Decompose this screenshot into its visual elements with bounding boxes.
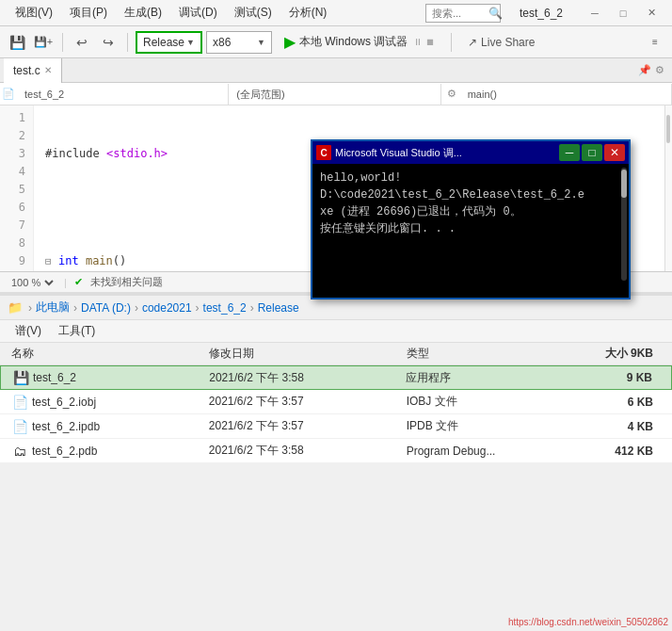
breadcrumb-code2021[interactable]: code2021	[142, 301, 192, 315]
file-table: 名称 修改日期 类型 大小 9KB 💾 test_6_2 2021/6/2 下午…	[0, 343, 672, 463]
function-select[interactable]: main()	[462, 84, 672, 105]
file-type-0: 应用程序	[406, 370, 553, 386]
zoom-select[interactable]: 100 %	[8, 276, 56, 289]
col-type-header[interactable]: 类型	[407, 346, 554, 362]
menu-build[interactable]: 生成(B)	[117, 3, 169, 23]
line-num-9: 9	[8, 252, 25, 270]
file-icon: 📄	[0, 84, 17, 105]
breadcrumb-sep-1: ›	[73, 301, 77, 315]
release-dropdown[interactable]: Release ▼	[136, 31, 202, 54]
file-name-0: 💾 test_6_2	[8, 369, 209, 386]
file-type-2: IPDB 文件	[407, 418, 554, 434]
undo-button[interactable]: ↩	[71, 31, 93, 54]
tab-right-controls: 📌 ⚙	[638, 64, 672, 76]
console-maximize-button[interactable]: □	[582, 144, 602, 161]
scrollbar-indicator	[664, 105, 672, 271]
line-num-8: 8	[8, 235, 25, 252]
menu-view[interactable]: 视图(V)	[8, 3, 60, 23]
release-arrow-icon: ▼	[186, 38, 195, 47]
release-label: Release	[143, 36, 184, 49]
line-num-5: 5	[8, 181, 25, 199]
file-row-1[interactable]: 📄 test_6_2.iobj 2021/6/2 下午 3:57 IOBJ 文件…	[0, 390, 672, 414]
file-select[interactable]: test_6_2	[19, 84, 229, 105]
line-num-2: 2	[8, 127, 25, 145]
run-label: 本地 Windows 调试器	[299, 34, 408, 50]
file-size-0: 9 KB	[553, 371, 664, 384]
breadcrumb-release[interactable]: Release	[258, 301, 299, 315]
status-ok-icon: ✔	[74, 276, 83, 288]
col-name-header[interactable]: 名称	[8, 346, 209, 362]
line-num-6: 6	[8, 199, 25, 217]
more-button[interactable]: ≡	[644, 31, 666, 54]
file-date-3: 2021/6/2 下午 3:58	[209, 443, 407, 459]
menu-analyze[interactable]: 分析(N)	[281, 3, 335, 23]
menu-bar: 视图(V) 项目(P) 生成(B) 调试(D) 测试(S) 分析(N)	[8, 3, 334, 23]
col-date-header[interactable]: 修改日期	[209, 346, 407, 362]
menu-test[interactable]: 测试(S)	[227, 3, 280, 23]
file-row-3[interactable]: 🗂 test_6_2.pdb 2021/6/2 下午 3:58 Program …	[0, 439, 672, 463]
liveshare-button[interactable]: ↗ Live Share	[459, 31, 543, 54]
tab-test-c[interactable]: test.c ✕	[4, 58, 62, 83]
menu-project[interactable]: 项目(P)	[62, 3, 115, 23]
console-line-1: hello,world!	[320, 170, 621, 186]
scroll-thumb[interactable]	[666, 115, 670, 143]
run-button[interactable]: ▶ 本地 Windows 调试器 ⏸ ⏹	[276, 31, 443, 54]
file-icon-0: 💾	[12, 369, 29, 386]
col-size-header[interactable]: 大小 9KB	[554, 346, 664, 362]
breadcrumb-data[interactable]: DATA (D:)	[81, 301, 131, 315]
tab-bar: test.c ✕ 📌 ⚙	[0, 58, 672, 83]
console-scroll-thumb[interactable]	[621, 170, 627, 198]
breadcrumb-pc[interactable]: 此电脑	[36, 299, 70, 316]
line-num-3: 3	[8, 145, 25, 163]
line-num-4: 4	[8, 163, 25, 181]
platform-dropdown[interactable]: x86 ▼	[206, 31, 272, 54]
window-controls: ─ □ ✕	[582, 4, 664, 23]
file-menu-bar: 谱(V) 工具(T)	[0, 320, 672, 343]
file-row-0[interactable]: 💾 test_6_2 2021/6/2 下午 3:58 应用程序 9 KB	[0, 365, 672, 390]
settings-icon[interactable]: ⚙	[655, 64, 664, 76]
file-icon-3: 🗂	[11, 443, 28, 460]
file-name-2: 📄 test_6_2.ipdb	[8, 418, 209, 435]
save-all-button[interactable]: 💾+	[32, 31, 55, 54]
console-scrollbar[interactable]	[621, 168, 627, 281]
scope-select[interactable]: (全局范围)	[231, 84, 440, 105]
console-window: C Microsoft Visual Studio 调... ─ □ ✕ hel…	[311, 139, 631, 299]
file-date-0: 2021/6/2 下午 3:58	[209, 370, 406, 386]
file-date-2: 2021/6/2 下午 3:57	[209, 418, 407, 434]
search-icon: 🔍	[488, 7, 503, 20]
file-date-1: 2021/6/2 下午 3:57	[209, 394, 407, 410]
redo-button[interactable]: ↪	[97, 31, 120, 54]
save-button[interactable]: 💾	[6, 31, 28, 54]
menu-debug[interactable]: 调试(D)	[171, 3, 225, 23]
window-title: test_6_2	[520, 7, 563, 20]
file-menu-view[interactable]: 谱(V)	[8, 321, 49, 341]
close-button[interactable]: ✕	[638, 4, 664, 23]
console-line-3: D:\code2021\test_6_2\Release\test_6_2.e	[320, 186, 621, 203]
search-input[interactable]	[432, 8, 488, 19]
maximize-button[interactable]: □	[610, 4, 636, 23]
line-num-7: 7	[8, 217, 25, 235]
tab-close-icon[interactable]: ✕	[44, 65, 52, 75]
file-explorer: 📁 › 此电脑 › DATA (D:) › code2021 › test_6_…	[0, 294, 672, 463]
title-bar-right: 🔍 test_6_2 ─ □ ✕	[425, 4, 664, 23]
debug-controls-icon: ⏸ ⏹	[413, 37, 435, 47]
watermark: https://blog.csdn.net/weixin_50502862	[508, 617, 672, 627]
breadcrumb-test62[interactable]: test_6_2	[203, 301, 247, 315]
console-minimize-button[interactable]: ─	[559, 144, 580, 161]
file-row-2[interactable]: 📄 test_6_2.ipdb 2021/6/2 下午 3:57 IPDB 文件…	[0, 414, 672, 439]
breadcrumb-sep-4: ›	[250, 301, 254, 315]
separator-1	[62, 33, 63, 52]
console-body: hello,world! D:\code2021\test_6_2\Releas…	[312, 164, 629, 298]
search-box[interactable]: 🔍	[425, 4, 501, 23]
separator-2	[127, 33, 128, 52]
breadcrumb-sep-3: ›	[196, 301, 200, 315]
file-menu-tools[interactable]: 工具(T)	[51, 321, 103, 341]
status-text: 未找到相关问题	[90, 275, 163, 289]
folder-icon: 📁	[8, 300, 23, 315]
share-icon: ↗	[468, 36, 477, 49]
console-close-button[interactable]: ✕	[604, 144, 625, 161]
nav-bar: 📄 test_6_2 (全局范围) ⚙ main()	[0, 83, 672, 105]
console-line-5: 按任意键关闭此窗口. . .	[320, 220, 621, 237]
minimize-button[interactable]: ─	[582, 4, 608, 23]
file-size-2: 4 KB	[554, 420, 664, 433]
